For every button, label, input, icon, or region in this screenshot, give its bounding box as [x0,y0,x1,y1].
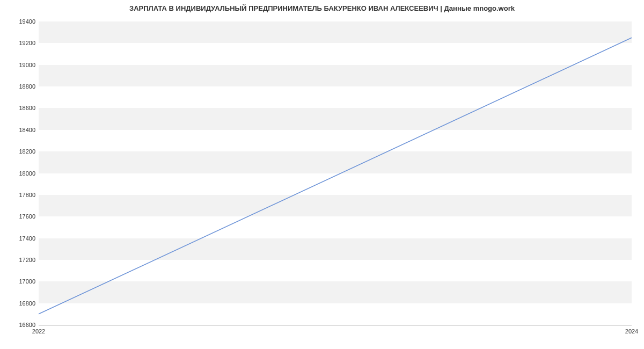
x-axis-tick: 2024 [625,328,638,335]
y-axis-tick: 18000 [3,170,35,177]
y-axis-tick: 17600 [3,213,35,220]
chart-container: ЗАРПЛАТА В ИНДИВИДУАЛЬНЫЙ ПРЕДПРИНИМАТЕЛ… [0,0,644,338]
y-axis-tick: 17400 [3,235,35,242]
y-axis-tick: 17200 [3,257,35,263]
y-axis-tick: 19000 [3,62,35,68]
line-series [39,16,632,325]
y-axis-tick: 18800 [3,83,35,90]
y-axis-tick: 16800 [3,300,35,307]
y-axis-tick: 18600 [3,105,35,111]
y-axis-tick: 17000 [3,278,35,285]
y-axis-tick: 18200 [3,148,35,155]
plot-area [39,16,632,325]
y-axis-tick: 16600 [3,322,35,328]
y-axis-tick: 19200 [3,40,35,46]
y-axis-tick: 19400 [3,18,35,25]
y-axis-tick: 17800 [3,192,35,198]
chart-title: ЗАРПЛАТА В ИНДИВИДУАЛЬНЫЙ ПРЕДПРИНИМАТЕЛ… [0,4,644,12]
series-path [39,38,632,314]
y-axis-tick: 18400 [3,127,35,133]
x-axis-tick: 2022 [32,328,45,335]
